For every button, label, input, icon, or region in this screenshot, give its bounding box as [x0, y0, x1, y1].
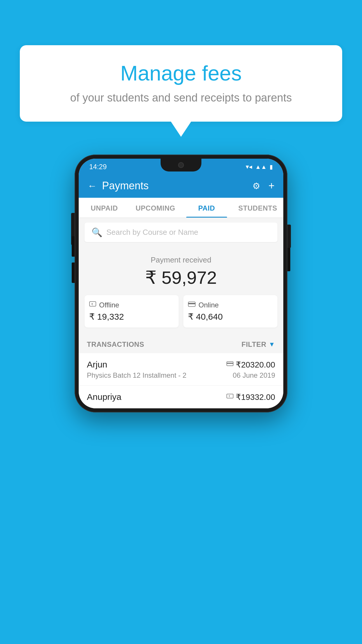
- svg-rect-5: [227, 363, 233, 364]
- notch: [161, 159, 201, 172]
- signal-icon: ▲▲: [255, 164, 267, 170]
- filter-icon: ▼: [269, 341, 275, 348]
- status-icons: ▾◂ ▲▲ ▮: [246, 163, 273, 171]
- payment-total-amount: ₹ 59,972: [85, 267, 277, 288]
- transaction-row[interactable]: Arjun ₹20320.00 Physics Batch 12 Install…: [79, 353, 283, 386]
- transaction-row-2[interactable]: Anupriya ₹ ₹19332.00: [79, 386, 283, 408]
- filter-label: FILTER: [242, 340, 266, 349]
- svg-text:₹: ₹: [91, 303, 93, 306]
- course-info: Physics Batch 12 Installment - 2: [87, 371, 186, 379]
- volume-down-button[interactable]: [72, 262, 75, 283]
- transaction-bottom: Physics Batch 12 Installment - 2 06 June…: [87, 371, 275, 379]
- tab-unpaid[interactable]: UNPAID: [79, 198, 130, 218]
- transaction-amount-2: ₹19332.00: [236, 392, 275, 402]
- search-icon: 🔍: [92, 227, 102, 237]
- header-right: ⚙ +: [252, 180, 275, 192]
- search-container: 🔍 Search by Course or Name: [79, 218, 283, 247]
- online-payment-card: Online ₹ 40,640: [183, 295, 277, 328]
- tab-paid[interactable]: PAID: [181, 198, 232, 218]
- payment-summary: Payment received ₹ 59,972 ₹: [79, 247, 283, 335]
- status-time: 14:29: [89, 163, 107, 171]
- notch-camera: [178, 162, 184, 168]
- add-icon[interactable]: +: [268, 180, 275, 192]
- offline-card-header: ₹ Offline: [89, 301, 174, 309]
- phone-outer: 14:29 ▾◂ ▲▲ ▮ ← Payments ⚙ +: [75, 155, 287, 412]
- header-title: Payments: [102, 180, 149, 192]
- app-header: ← Payments ⚙ +: [79, 174, 283, 198]
- speech-bubble-container: Manage fees of your students and send re…: [20, 45, 342, 122]
- online-type: Online: [198, 301, 219, 309]
- transaction-top-2: Anupriya ₹ ₹19332.00: [87, 392, 275, 402]
- bubble-title: Manage fees: [37, 61, 325, 85]
- student-name: Arjun: [87, 360, 107, 370]
- transaction-amount: ₹20320.00: [236, 360, 275, 370]
- amount-right-2: ₹ ₹19332.00: [226, 392, 275, 402]
- header-left: ← Payments: [87, 180, 149, 192]
- payment-received-label: Payment received: [85, 256, 277, 265]
- card-payment-icon: [226, 361, 233, 368]
- svg-rect-3: [188, 303, 195, 304]
- power-button[interactable]: [287, 245, 290, 271]
- online-icon: [188, 301, 196, 309]
- back-button[interactable]: ←: [87, 181, 97, 191]
- student-name-2: Anupriya: [87, 392, 121, 402]
- transaction-date: 06 June 2019: [233, 371, 275, 379]
- search-bar[interactable]: 🔍 Search by Course or Name: [85, 223, 277, 242]
- offline-type: Offline: [99, 301, 119, 309]
- battery-icon: ▮: [270, 163, 273, 170]
- svg-text:₹: ₹: [229, 395, 230, 398]
- phone-screen: 14:29 ▾◂ ▲▲ ▮ ← Payments ⚙ +: [79, 159, 283, 408]
- offline-icon: ₹: [89, 301, 96, 309]
- online-card-header: Online: [188, 301, 273, 309]
- tab-upcoming[interactable]: UPCOMING: [130, 198, 181, 218]
- tab-students[interactable]: STUDENTS: [232, 198, 284, 218]
- transactions-label: TRANSACTIONS: [87, 340, 144, 349]
- transaction-top: Arjun ₹20320.00: [87, 360, 275, 370]
- speech-bubble: Manage fees of your students and send re…: [20, 45, 342, 122]
- filter-button[interactable]: FILTER ▼: [242, 340, 275, 349]
- wifi-icon: ▾◂: [246, 163, 252, 171]
- tabs-bar: UNPAID UPCOMING PAID STUDENTS: [79, 198, 283, 218]
- transactions-header: TRANSACTIONS FILTER ▼: [79, 335, 283, 353]
- offline-amount: ₹ 19,332: [89, 312, 174, 322]
- offline-payment-card: ₹ Offline ₹ 19,332: [85, 295, 179, 328]
- online-amount: ₹ 40,640: [188, 312, 273, 322]
- search-placeholder[interactable]: Search by Course or Name: [106, 228, 198, 237]
- amount-right: ₹20320.00: [226, 360, 275, 370]
- payment-cards: ₹ Offline ₹ 19,332: [85, 295, 277, 328]
- bubble-subtitle: of your students and send receipts to pa…: [37, 92, 325, 104]
- volume-up-button[interactable]: [72, 236, 75, 257]
- settings-icon[interactable]: ⚙: [252, 181, 260, 191]
- cash-payment-icon: ₹: [226, 394, 233, 400]
- phone-wrapper: 14:29 ▾◂ ▲▲ ▮ ← Payments ⚙ +: [75, 155, 287, 412]
